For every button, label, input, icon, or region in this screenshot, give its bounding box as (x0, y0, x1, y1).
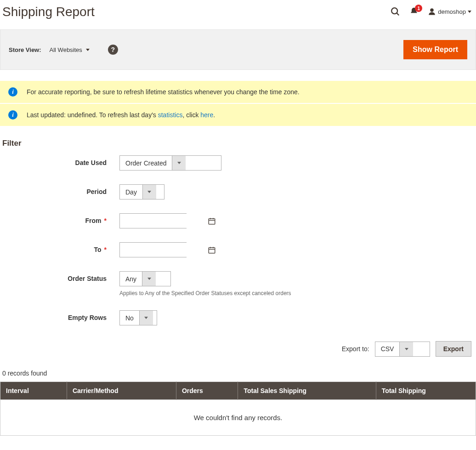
user-name: demoshop (438, 8, 466, 15)
show-report-button[interactable]: Show Report (403, 40, 467, 59)
order-status-note: Applies to Any of the Specified Order St… (119, 290, 291, 296)
notification-badge: 1 (415, 5, 422, 12)
export-button[interactable]: Export (436, 341, 471, 357)
user-icon (428, 7, 436, 16)
empty-rows-select[interactable]: No (119, 310, 157, 325)
col-orders[interactable]: Orders (176, 382, 238, 400)
svg-rect-7 (209, 247, 215, 253)
col-total-sales-shipping[interactable]: Total Sales Shipping (238, 382, 376, 400)
to-date-input[interactable] (120, 243, 208, 257)
chevron-down-icon (86, 49, 90, 51)
svg-point-2 (431, 8, 434, 12)
chevron-down-icon (468, 11, 471, 13)
svg-line-1 (397, 13, 399, 16)
from-date-input[interactable] (120, 214, 208, 228)
store-view-select[interactable]: All Websites (50, 46, 90, 53)
svg-point-0 (391, 8, 397, 14)
chevron-down-icon (142, 272, 156, 286)
export-label: Export to: (342, 345, 369, 353)
calendar-icon[interactable] (208, 217, 216, 225)
help-icon[interactable]: ? (108, 45, 118, 55)
export-format-select[interactable]: CSV (375, 342, 430, 357)
order-status-label: Order Status (0, 271, 119, 282)
col-carrier-method[interactable]: Carrier/Method (67, 382, 176, 400)
user-menu[interactable]: demoshop (428, 7, 471, 16)
calendar-icon[interactable] (208, 246, 216, 254)
chevron-down-icon (139, 311, 153, 325)
store-scope-bar: Store View: All Websites ? Show Report (0, 29, 476, 70)
date-used-label: Date Used (0, 155, 119, 166)
here-link[interactable]: here (200, 111, 213, 119)
svg-rect-3 (209, 218, 215, 224)
notice-updated: i Last updated: undefined. To refresh la… (0, 104, 476, 126)
to-label: To* (0, 242, 119, 253)
order-status-select[interactable]: Any (119, 271, 171, 286)
col-total-shipping[interactable]: Total Shipping (376, 382, 476, 400)
date-used-select[interactable]: Order Created (119, 155, 221, 171)
no-records-message: We couldn't find any records. (0, 400, 476, 436)
notice-text: For accurate reporting, be sure to refre… (27, 88, 300, 96)
page-title: Shipping Report (2, 5, 390, 19)
period-select[interactable]: Day (119, 184, 164, 199)
store-view-label: Store View: (9, 46, 41, 53)
period-label: Period (0, 184, 119, 195)
chevron-down-icon (172, 156, 186, 170)
empty-rows-label: Empty Rows (0, 310, 119, 321)
notice-accurate: i For accurate reporting, be sure to ref… (0, 81, 476, 103)
notice-text: Last updated: undefined. To refresh last… (27, 111, 215, 119)
chevron-down-icon (399, 342, 413, 356)
filter-heading: Filter (2, 139, 476, 148)
from-label: From* (0, 213, 119, 224)
from-date-field (119, 213, 187, 228)
search-icon[interactable] (390, 6, 400, 17)
store-view-value: All Websites (50, 46, 82, 53)
to-date-field (119, 242, 187, 257)
chevron-down-icon (142, 185, 156, 199)
statistics-link[interactable]: statistics (158, 111, 183, 119)
records-found: 0 records found (0, 370, 476, 382)
info-icon: i (8, 110, 17, 120)
info-icon: i (8, 87, 17, 97)
report-grid: Interval Carrier/Method Orders Total Sal… (0, 382, 476, 400)
col-interval[interactable]: Interval (0, 382, 67, 400)
notifications-icon[interactable]: 1 (409, 7, 419, 16)
